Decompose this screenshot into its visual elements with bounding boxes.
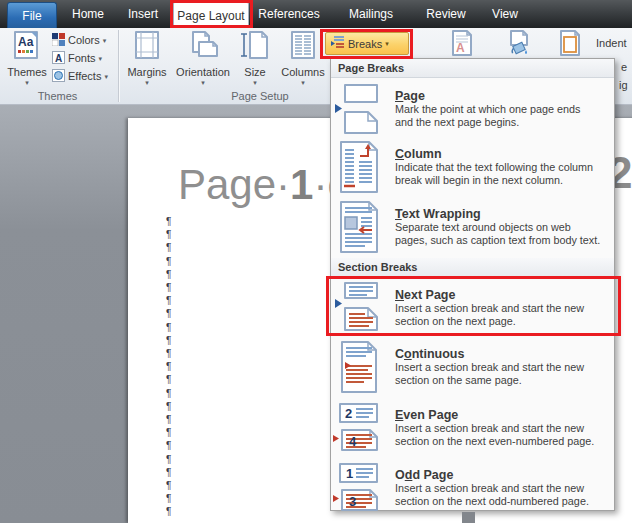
dropdown-arrow-icon: ▾	[104, 73, 108, 80]
tab-mailings[interactable]: Mailings	[340, 0, 402, 28]
ribbon-tab-bar: File Home Insert Page Layout References …	[0, 0, 632, 28]
orientation-icon	[187, 30, 219, 64]
dropdown-arrow-icon: ▾	[201, 79, 205, 86]
tab-insert-label: Insert	[128, 7, 158, 21]
theme-fonts-icon: A	[52, 51, 65, 66]
menu-item-description: Insert a section break and start the new…	[395, 302, 614, 328]
paragraph-mark: ¶	[166, 334, 171, 347]
paragraph-mark: ¶	[166, 255, 171, 268]
margins-button[interactable]: Margins ▾	[124, 30, 170, 90]
page-break-icon	[331, 82, 387, 136]
menu-item-title: Odd Page	[395, 468, 614, 482]
paragraph-mark: ¶	[166, 439, 171, 452]
paragraph-mark: ¶	[166, 321, 171, 334]
tab-view[interactable]: View	[482, 0, 528, 28]
menu-item-continuous[interactable]: Continuous Insert a section break and st…	[331, 337, 614, 397]
menu-item-text-wrapping[interactable]: Text Wrapping Separate text around objec…	[331, 198, 614, 255]
document-heading: Page·1·o	[178, 161, 351, 209]
dropdown-arrow-icon: ▾	[103, 37, 107, 44]
page-color-button[interactable]	[504, 32, 534, 58]
menu-item-title: Column	[395, 147, 614, 161]
columns-button[interactable]: Columns ▾	[278, 30, 328, 90]
tab-page-layout-label: Page Layout	[177, 9, 244, 23]
menu-section-page-breaks: Page Breaks	[331, 59, 614, 78]
paragraph-mark: ¶	[166, 479, 171, 492]
breaks-menu: Page Breaks Page Mark the point at which…	[330, 58, 615, 511]
paragraph-mark: ¶	[166, 426, 171, 439]
columns-button-label: Columns	[281, 67, 324, 78]
paragraph-mark: ¶	[166, 294, 171, 307]
dropdown-arrow-icon: ▾	[99, 55, 103, 62]
svg-text:4: 4	[349, 434, 357, 449]
clipped-ribbon-fragment: e	[621, 61, 627, 73]
breaks-button[interactable]: Breaks ▾	[325, 32, 409, 55]
themes-button[interactable]: Aa Themes ▾	[5, 30, 49, 90]
paragraph-mark: ¶	[166, 307, 171, 320]
tab-file[interactable]: File	[7, 2, 57, 28]
menu-item-column[interactable]: Column Indicate that the text following …	[331, 138, 614, 195]
page-borders-button[interactable]	[555, 32, 585, 58]
paragraph-mark: ¶	[166, 492, 171, 505]
menu-item-description: Indicate that the text following the col…	[395, 161, 614, 187]
svg-text:A: A	[55, 52, 62, 63]
paragraph-mark: ¶	[166, 400, 171, 413]
paragraph-mark: ¶	[166, 373, 171, 386]
menu-item-description: Separate text around objects on webpages…	[395, 221, 614, 247]
orientation-button-label: Orientation	[176, 67, 230, 78]
tab-page-layout[interactable]: Page Layout	[173, 2, 249, 28]
dropdown-arrow-icon: ▾	[25, 79, 29, 86]
paragraph-mark: ¶	[166, 413, 171, 426]
paragraph-mark: ¶	[166, 505, 171, 518]
themes-button-label: Themes	[7, 67, 47, 78]
menu-item-title: Next Page	[395, 288, 614, 302]
margins-icon	[132, 30, 162, 64]
tab-review[interactable]: Review	[418, 0, 474, 28]
paragraph-mark: ¶	[166, 228, 171, 241]
menu-item-odd-page[interactable]: 1 3 Odd Page Insert a section break and …	[331, 459, 614, 516]
orientation-button[interactable]: Orientation ▾	[174, 30, 232, 90]
clipped-ribbon-fragment: ig	[619, 79, 628, 91]
menu-item-description: Insert a section break and start the new…	[395, 361, 614, 387]
paragraph-mark: ¶	[166, 215, 171, 228]
themes-group-label: Themes	[10, 90, 105, 102]
theme-colors-label: Colors	[68, 34, 100, 46]
size-icon	[240, 30, 270, 64]
tab-file-label: File	[22, 9, 41, 23]
menu-item-description: Insert a section break and start the new…	[395, 482, 614, 508]
svg-text:2: 2	[345, 406, 352, 421]
paragraph-marks: ¶¶¶¶¶¶¶¶¶¶¶¶¶¶¶¶¶¶¶¶¶¶¶	[166, 215, 171, 519]
menu-section-section-breaks: Section Breaks	[331, 258, 614, 277]
word-window: File Home Insert Page Layout References …	[0, 0, 632, 523]
page-color-icon	[506, 30, 532, 60]
tab-home-label: Home	[72, 7, 104, 21]
menu-item-next-page[interactable]: Next Page Insert a section break and sta…	[331, 279, 614, 336]
tab-references[interactable]: References	[256, 0, 322, 28]
themes-icon: Aa	[12, 30, 42, 64]
svg-text:A: A	[456, 41, 465, 55]
theme-colors-button[interactable]: Colors ▾	[52, 31, 106, 49]
svg-text:3: 3	[349, 494, 356, 509]
continuous-section-break-icon	[331, 340, 387, 394]
watermark-icon: A	[449, 30, 475, 60]
watermark-button[interactable]: A	[447, 32, 477, 58]
tab-references-label: References	[258, 7, 319, 21]
theme-effects-button[interactable]: Effects ▾	[52, 67, 108, 85]
tab-insert[interactable]: Insert	[118, 0, 168, 28]
svg-text:Aa: Aa	[18, 35, 34, 49]
menu-item-title: Even Page	[395, 408, 614, 422]
theme-fonts-button[interactable]: A Fonts ▾	[52, 49, 102, 67]
theme-effects-label: Effects	[68, 70, 101, 82]
menu-item-description: Insert a section break and start the new…	[395, 422, 614, 448]
tab-home[interactable]: Home	[62, 0, 114, 28]
menu-item-even-page[interactable]: 2 4 Even Page Insert a section break and…	[331, 399, 614, 456]
menu-item-title: Page	[395, 89, 614, 103]
paragraph-mark: ¶	[166, 360, 171, 373]
breaks-icon	[330, 35, 345, 52]
tab-review-label: Review	[426, 7, 465, 21]
dropdown-arrow-icon: ▾	[145, 79, 149, 86]
paragraph-mark: ¶	[166, 241, 171, 254]
theme-colors-icon	[52, 33, 65, 48]
paragraph-mark: ¶	[166, 453, 171, 466]
menu-item-page[interactable]: Page Mark the point at which one page en…	[331, 80, 614, 137]
size-button[interactable]: Size ▾	[236, 30, 274, 90]
